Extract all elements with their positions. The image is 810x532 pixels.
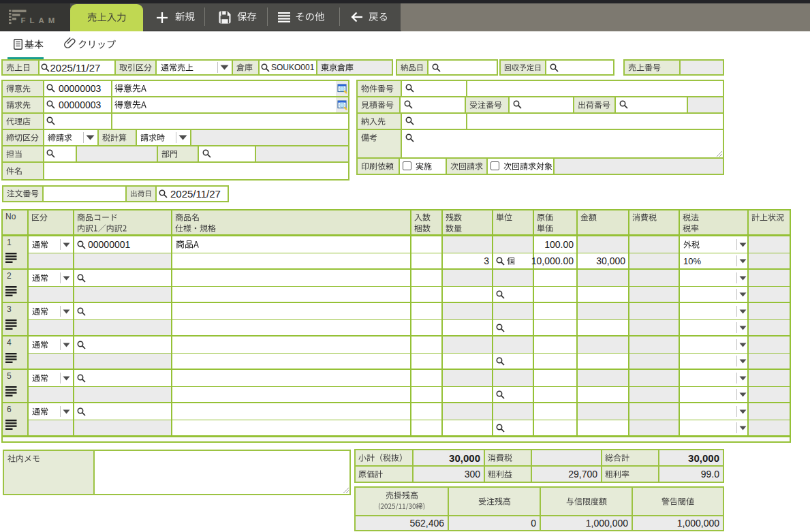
svg-text:FLAM: FLAM xyxy=(21,16,59,25)
